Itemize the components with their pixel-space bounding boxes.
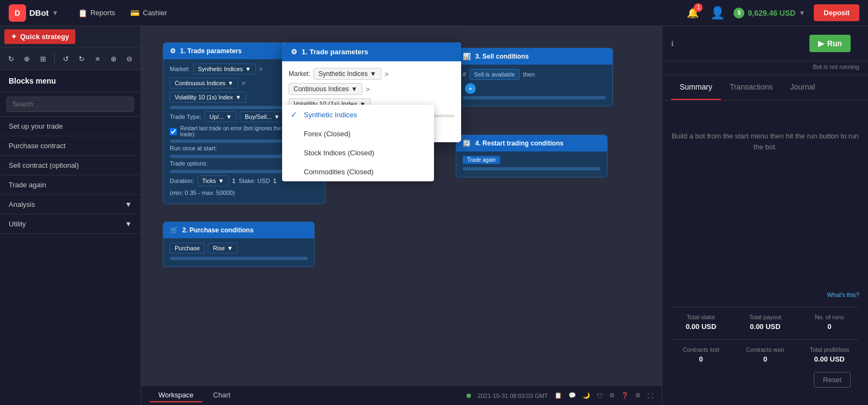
tab-journal[interactable]: Journal: [782, 75, 824, 100]
continuous-chevron: ▼: [228, 80, 234, 86]
market-item-commodities[interactable]: Commodities (Closed): [282, 162, 434, 181]
balance-currency-icon: $: [733, 8, 744, 18]
market-item-stock[interactable]: Stock Indices (Closed): [282, 143, 434, 162]
navbar-right: 🔔 1 👤 $ 9,629.46 USD ▼ Deposit: [684, 4, 859, 22]
save-button[interactable]: ⊕: [20, 50, 34, 67]
tab-transactions[interactable]: Transactions: [721, 75, 782, 100]
chart-tab[interactable]: Chart: [205, 389, 239, 402]
bottom-icon6[interactable]: ❓: [621, 392, 629, 399]
profile-icon[interactable]: 👤: [710, 6, 725, 20]
workspace-tab[interactable]: Workspace: [150, 389, 202, 402]
no-of-runs-label: No. of runs: [800, 314, 859, 320]
utility-chevron-icon: ▼: [125, 220, 132, 228]
tab-summary[interactable]: Summary: [671, 75, 721, 100]
list-icon: ≡: [95, 55, 100, 63]
timestamp: 2021-10-31 08:03:03 GMT: [477, 393, 548, 399]
balance-value: 9,629.46 USD: [748, 9, 795, 17]
quick-strategy-button[interactable]: ✦ Quick strategy: [4, 29, 75, 44]
purchase-select[interactable]: Purchase: [170, 243, 205, 254]
bottom-icon4[interactable]: 🛡: [597, 393, 603, 399]
run-button[interactable]: ▶ Run: [809, 35, 851, 52]
zoom-in-button[interactable]: ⊕: [106, 50, 120, 67]
bottom-icon8[interactable]: ⛶: [647, 393, 653, 399]
market-item-forex[interactable]: Forex (Closed): [282, 124, 434, 143]
sidebar-title: Blocks menu: [0, 70, 141, 92]
volatility-select[interactable]: Volatility 10 (1s) Index ▼: [170, 92, 246, 103]
modal-continuous-chevron: ▼: [351, 85, 358, 93]
whats-this-link[interactable]: What's this?: [671, 292, 859, 298]
restart-block-header: 🔄 4. Restart trading conditions: [456, 135, 607, 151]
bottom-icon3[interactable]: 🌙: [583, 392, 590, 399]
continuous-select[interactable]: Continuous Indices ▼: [170, 78, 238, 88]
navbar: D DBot ▼ 📋 Reports 💳 Cashier 🔔 1 👤 $ 9,6…: [0, 0, 868, 26]
modal-arrow: >: [385, 70, 389, 78]
icon-toolbar: ↻ ⊕ ⊞ ↺ ↻ ≡ ⊕ ⊖: [0, 48, 141, 70]
modal-market-value: Synthetic Indices: [318, 70, 368, 78]
sidebar-item-sell[interactable]: Sell contract (optional): [0, 156, 141, 175]
stake-number: 1: [273, 178, 276, 184]
dropdown-chevron[interactable]: ▼: [52, 9, 59, 17]
volatility-value: Volatility 10 (1s) Index: [175, 94, 233, 100]
balance-chevron[interactable]: ▼: [799, 9, 805, 17]
redo-button[interactable]: ↻: [75, 50, 88, 67]
right-panel: ℹ ▶ Run Bot is not running Summary Trans…: [662, 26, 868, 405]
contracts-won-value: 0: [735, 355, 795, 363]
navbar-links: 📋 Reports 💳 Cashier: [72, 5, 174, 21]
reports-icon: 📋: [78, 9, 87, 17]
ticks-value: Ticks: [202, 178, 216, 184]
search-input[interactable]: [7, 97, 134, 112]
bottom-icon1[interactable]: 📋: [554, 392, 562, 399]
bottom-icon5[interactable]: ⚙: [609, 392, 615, 399]
zoom-out-button[interactable]: ⊖: [123, 50, 136, 67]
market-value: Synthetic Indices: [198, 66, 243, 72]
reports-link[interactable]: 📋 Reports: [72, 5, 122, 21]
sell-available-badge: Sell is available: [469, 69, 520, 80]
zoom-out-icon: ⊖: [126, 55, 132, 63]
modal-market-label: Market:: [289, 70, 310, 78]
modal-market-select[interactable]: Synthetic Indices ▼: [314, 68, 381, 80]
minmax-label: (min: 0.35 - max: 50000): [170, 189, 235, 196]
run-area: ℹ ▶ Run: [662, 26, 868, 61]
info-icon[interactable]: ℹ: [671, 40, 674, 48]
sidebar-item-analysis[interactable]: Analysis ▼: [0, 195, 141, 214]
reset-button[interactable]: Reset: [814, 372, 851, 388]
undo-button[interactable]: ↺: [59, 50, 73, 67]
grid-button[interactable]: ⊞: [36, 50, 50, 67]
rise-value: Rise: [213, 245, 225, 251]
block3-title: 3. Sell conditions: [475, 53, 529, 60]
sidebar-item-trade-again[interactable]: Trade again: [0, 175, 141, 195]
ticks-select[interactable]: Ticks ▼: [197, 175, 229, 186]
sell-available-text: Sell is available: [474, 71, 515, 78]
tradetype-select1[interactable]: Up/... ▼: [205, 111, 237, 122]
bottom-icon2[interactable]: 💬: [569, 392, 576, 399]
undo-icon: ↺: [63, 55, 69, 63]
right-panel-tabs: Summary Transactions Journal: [662, 75, 868, 100]
sidebar-item-purchase[interactable]: Purchase contract: [0, 136, 141, 156]
cashier-link[interactable]: 💳 Cashier: [124, 5, 174, 21]
sidebar-item-utility[interactable]: Utility ▼: [0, 214, 141, 234]
sidebar-item-setup[interactable]: Set up your trade: [0, 117, 141, 136]
tab-summary-label: Summary: [680, 83, 712, 91]
play-icon: ▶: [818, 39, 824, 48]
market-item-synthetic[interactable]: ✓ Synthetic Indices: [282, 105, 434, 124]
restart-checkbox[interactable]: [170, 128, 177, 135]
list-button[interactable]: ≡: [91, 50, 104, 67]
market-select[interactable]: Synthetic Indices ▼: [193, 64, 256, 74]
grid-icon: ⊞: [40, 55, 46, 63]
stake-label: Stake: USD: [239, 178, 270, 184]
rise-select[interactable]: Rise ▼: [208, 243, 238, 254]
modal-continuous-select[interactable]: Continuous Indices ▼: [289, 83, 362, 95]
modal-market-row: Market: Synthetic Indices ▼ > Continuous…: [289, 68, 455, 110]
bottom-bar: Workspace Chart 2021-10-31 08:03:03 GMT …: [141, 385, 662, 405]
notification-button[interactable]: 🔔 1: [684, 4, 701, 22]
balance-area[interactable]: $ 9,629.46 USD ▼: [733, 8, 805, 18]
tradetype-select2[interactable]: Buy/Sell... ▼: [240, 111, 284, 122]
refresh-button[interactable]: ↻: [4, 50, 18, 67]
app-logo[interactable]: D DBot ▼: [9, 4, 59, 22]
tab-journal-label: Journal: [790, 83, 815, 91]
continuous-value: Continuous Indices: [175, 80, 226, 86]
add-sell-button[interactable]: +: [465, 83, 476, 94]
deposit-button[interactable]: Deposit: [814, 4, 859, 21]
summary-content: Build a bot from the start menu then hit…: [662, 100, 868, 405]
bottom-icon7[interactable]: ⚙: [635, 392, 641, 399]
